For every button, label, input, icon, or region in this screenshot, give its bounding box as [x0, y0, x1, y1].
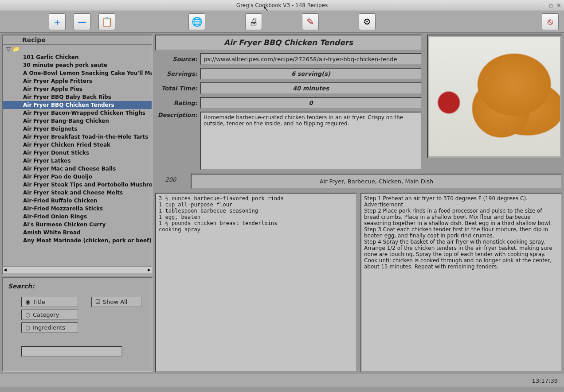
- list-item[interactable]: Air Fryer Pao de Queijo: [3, 173, 152, 181]
- h-scrollbar[interactable]: ◀▶: [3, 266, 152, 273]
- settings-button[interactable]: ⚙: [359, 13, 376, 30]
- search-category-radio[interactable]: ○ Category: [21, 310, 78, 320]
- recipe-tags: Air Fryer, Barbecue, Chicken, Main Dish: [191, 174, 562, 189]
- search-input[interactable]: [21, 346, 122, 357]
- list-item[interactable]: Air Fryer Donut Sticks: [3, 149, 152, 157]
- exit-button[interactable]: ⎋: [542, 13, 559, 30]
- tree-header[interactable]: Recipe: [3, 35, 152, 45]
- minimize-icon[interactable]: —: [540, 2, 545, 9]
- show-all-check[interactable]: ☑ Show All: [91, 297, 141, 307]
- list-item[interactable]: Air Fryer Bacon-Wrapped Chicken Thighs: [3, 109, 152, 117]
- list-item[interactable]: Air-Fried Buffalo Chicken: [3, 197, 152, 205]
- paste-button[interactable]: 📋: [98, 13, 115, 30]
- servings-value: 6 serving(s): [200, 68, 422, 80]
- clock: 13:17:39: [532, 377, 558, 384]
- check-icon: ☑: [95, 299, 100, 304]
- ingredients-box[interactable]: 3 ½ ounces barbecue-flavored pork rinds …: [155, 193, 357, 372]
- search-title-radio[interactable]: ◉ Title: [21, 297, 78, 307]
- edit-button[interactable]: ✎: [302, 13, 319, 30]
- list-item[interactable]: Air-Fried Onion Rings: [3, 213, 152, 221]
- search-ingredients-radio[interactable]: ○ Ingredients: [21, 322, 78, 333]
- list-item[interactable]: Al's Burmese Chicken Curry: [3, 221, 152, 229]
- list-item[interactable]: Air Fryer BBQ Baby Back Ribs: [3, 93, 152, 101]
- toolbar: ＋ — 📋 🌐 🖨 ✎ ⚙ ⎋: [0, 11, 564, 33]
- recipe-title: Air Fryer BBQ Chicken Tenders: [155, 35, 422, 50]
- total-label: Total Time:: [155, 85, 197, 92]
- recipe-tree: Recipe ▽ 📁101 Garlic Chicken30 minute pe…: [2, 35, 153, 276]
- source-label: Source:: [155, 56, 197, 62]
- list-item[interactable]: Air Fryer Latkes: [3, 157, 152, 165]
- title-bar: Greg's Cookbook V3 - 148 Recipes ↖ — ▫ ✕: [0, 0, 564, 11]
- recipe-image: [427, 35, 562, 159]
- list-item[interactable]: Any Meat Marinade (chicken, pork or beef…: [3, 237, 152, 245]
- description-box[interactable]: Homemade barbecue-crusted chicken tender…: [200, 112, 422, 170]
- list-item[interactable]: Air-Fried Mozzarella Sticks: [3, 205, 152, 213]
- radio-icon: ○: [25, 325, 30, 330]
- list-item[interactable]: Air Fryer Chicken Fried Steak: [3, 141, 152, 149]
- window-title: Greg's Cookbook V3 - 148 Recipes: [236, 2, 328, 8]
- tree-body[interactable]: ▽ 📁101 Garlic Chicken30 minute peach por…: [3, 45, 152, 266]
- search-label: Search:: [8, 283, 146, 290]
- recipe-code: 200: [155, 174, 186, 189]
- list-item[interactable]: Air Fryer Breakfast Toad-in-the-Hole Tar…: [3, 133, 152, 141]
- list-item[interactable]: Air Fryer Steak Tips and Portobello Mush…: [3, 181, 152, 189]
- maximize-icon[interactable]: ▫: [549, 2, 553, 9]
- radio-icon: ◉: [25, 299, 30, 304]
- search-panel: Search: ◉ Title ☑ Show All ○ Category: [2, 277, 153, 372]
- list-item[interactable]: Air Fryer Steak and Cheese Melts: [3, 189, 152, 197]
- list-item[interactable]: Amish White Bread: [3, 229, 152, 237]
- total-value: 40 minutes: [200, 82, 422, 94]
- web-button[interactable]: 🌐: [188, 13, 205, 30]
- list-item[interactable]: 30 minute peach pork saute: [3, 61, 152, 69]
- list-item[interactable]: Air Fryer Apple Fritters: [3, 77, 152, 85]
- desc-label: Description:: [155, 112, 197, 118]
- add-button[interactable]: ＋: [49, 13, 66, 30]
- radio-icon: ○: [25, 312, 30, 317]
- servings-label: Servings:: [155, 70, 197, 77]
- rating-value: 0: [200, 97, 422, 109]
- list-item[interactable]: Air Fryer BBQ Chicken Tenders: [3, 101, 152, 109]
- list-item[interactable]: 101 Garlic Chicken: [3, 53, 152, 61]
- list-item[interactable]: A One-Bowl Lemon Snacking Cake You'll Ma…: [3, 69, 152, 77]
- tree-folder[interactable]: ▽ 📁: [3, 45, 152, 53]
- remove-button[interactable]: —: [74, 13, 90, 30]
- list-item[interactable]: Air Fryer Apple Pies: [3, 85, 152, 93]
- rating-label: Rating:: [155, 100, 197, 106]
- list-item[interactable]: Air Fryer Beignets: [3, 125, 152, 133]
- status-bar: 13:17:39: [0, 374, 564, 387]
- instructions-box[interactable]: Step 1 Preheat an air fryer to 370 degre…: [360, 193, 562, 372]
- close-icon[interactable]: ✕: [556, 2, 561, 9]
- source-value[interactable]: ps://www.allrecipes.com/recipe/272658/ai…: [200, 53, 422, 65]
- list-item[interactable]: Air Fryer Mac and Cheese Balls: [3, 165, 152, 173]
- list-item[interactable]: Air Fryer Bang-Bang Chicken: [3, 117, 152, 125]
- food-image-icon: [429, 37, 560, 156]
- print-button[interactable]: 🖨: [245, 13, 262, 30]
